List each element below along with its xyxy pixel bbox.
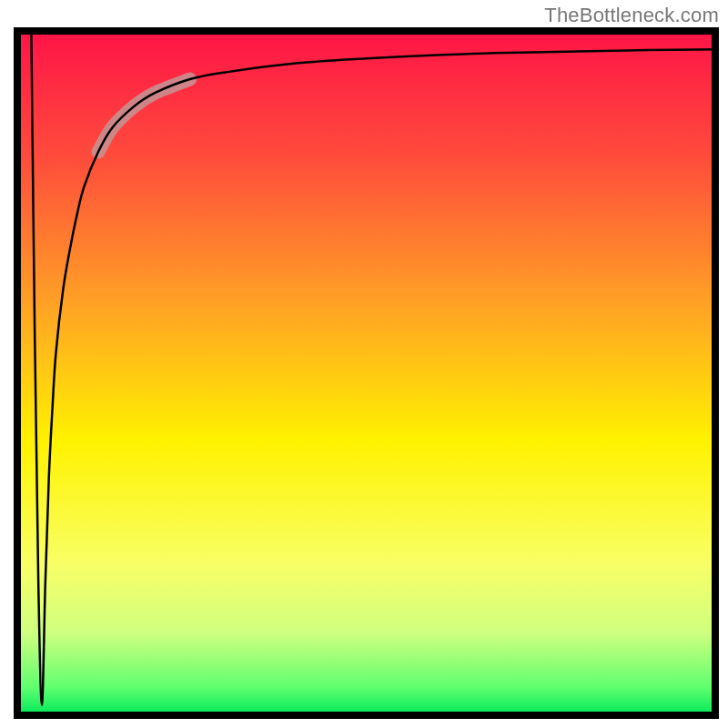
- watermark-text: TheBottleneck.com: [544, 4, 719, 27]
- bottleneck-chart: [0, 0, 728, 728]
- chart-container: { "watermark": "TheBottleneck.com", "cha…: [0, 0, 728, 728]
- plot-background: [17, 31, 715, 715]
